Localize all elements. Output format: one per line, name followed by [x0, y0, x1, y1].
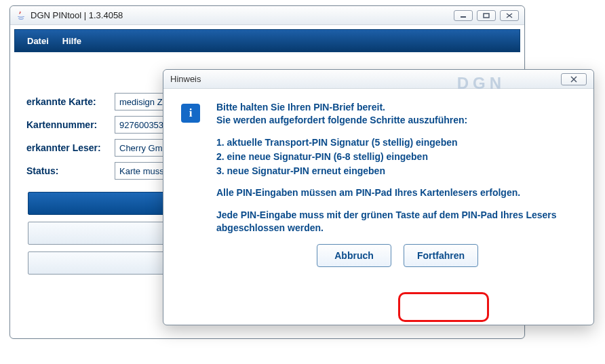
label-card: erkannte Karte: — [26, 96, 115, 107]
dialog-text: Bitte halten Sie Ihren PIN-Brief bereit.… — [216, 101, 579, 267]
hint-dialog: Hinweis DGN i Bitte halten Sie Ihren PIN… — [163, 69, 594, 325]
svg-rect-1 — [484, 14, 489, 18]
menubar: Datei Hilfe — [14, 29, 520, 52]
dialog-titlebar[interactable]: Hinweis — [163, 70, 593, 89]
dialog-note-1: Alle PIN-Eingaben müssen am PIN-Pad Ihre… — [216, 186, 579, 199]
label-number: Kartennummer: — [26, 119, 115, 130]
dialog-line2: Sie werden aufgefordert folgende Schritt… — [216, 115, 467, 125]
label-status: Status: — [26, 165, 115, 176]
label-reader: erkannter Leser: — [26, 142, 115, 153]
main-title: DGN PINtool | 1.3.4058 — [31, 10, 123, 20]
cancel-button[interactable]: Abbruch — [317, 244, 391, 267]
dialog-note-2: Jede PIN-Eingabe muss mit der grünen Tas… — [216, 209, 579, 235]
step-3: 3. neue Signatur-PIN erneut eingeben — [216, 165, 579, 178]
continue-button[interactable]: Fortfahren — [404, 244, 478, 267]
dialog-line1: Bitte halten Sie Ihren PIN-Brief bereit. — [216, 102, 385, 113]
dialog-title: Hinweis — [170, 74, 201, 84]
step-1: 1. aktuelle Transport-PIN Signatur (5 st… — [216, 136, 579, 149]
info-icon: i — [181, 104, 200, 123]
menu-file[interactable]: Datei — [22, 33, 54, 49]
highlight-ring — [398, 292, 489, 322]
svg-rect-0 — [461, 16, 466, 18]
menu-help[interactable]: Hilfe — [57, 33, 87, 49]
dialog-body: DGN i Bitte halten Sie Ihren PIN-Brief b… — [163, 89, 593, 325]
close-button[interactable] — [500, 10, 519, 21]
step-2: 2. eine neue Signatur-PIN (6-8 stellig) … — [216, 150, 579, 163]
dialog-buttons: Abbruch Fortfahren — [216, 244, 579, 267]
minimize-button[interactable] — [454, 10, 473, 21]
window-controls — [454, 10, 519, 21]
dialog-close-button[interactable] — [561, 73, 587, 85]
java-icon — [16, 10, 26, 21]
main-titlebar[interactable]: DGN PINtool | 1.3.4058 — [10, 6, 524, 25]
maximize-button[interactable] — [477, 10, 496, 21]
